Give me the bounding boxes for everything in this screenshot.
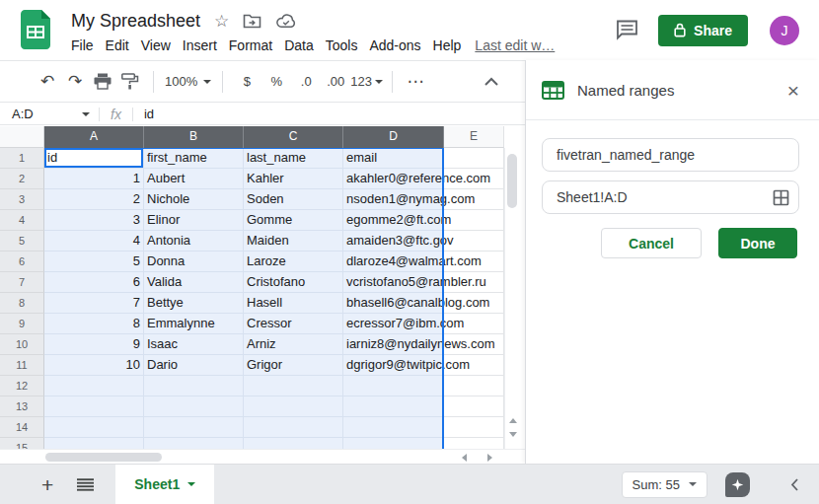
row-header-5[interactable]: 5 bbox=[0, 231, 44, 252]
scroll-right-arrow[interactable] bbox=[487, 454, 492, 462]
cell-A8[interactable]: 7 bbox=[44, 293, 144, 314]
cell-C3[interactable]: Soden bbox=[244, 189, 343, 210]
row-header-13[interactable]: 13 bbox=[0, 396, 44, 417]
cell-E1[interactable] bbox=[444, 148, 504, 169]
paint-format-button[interactable] bbox=[116, 73, 144, 90]
increase-decimal-button[interactable]: .00 bbox=[321, 74, 350, 89]
cell-C4[interactable]: Gomme bbox=[244, 210, 343, 231]
cell-D4[interactable]: egomme2@ft.com bbox=[343, 210, 444, 231]
cell-A6[interactable]: 5 bbox=[44, 252, 144, 272]
menu-tools[interactable]: Tools bbox=[320, 36, 364, 55]
cell-D3[interactable]: nsoden1@nymag.com bbox=[343, 189, 444, 210]
cell-A3[interactable]: 2 bbox=[44, 189, 144, 210]
cell-A7[interactable]: 6 bbox=[44, 272, 144, 293]
menu-view[interactable]: View bbox=[135, 36, 177, 55]
column-header-B[interactable]: B bbox=[144, 126, 244, 148]
add-sheet-button[interactable]: + bbox=[41, 474, 53, 495]
cell-D1[interactable]: email bbox=[343, 148, 444, 169]
vertical-scrollbar[interactable] bbox=[504, 148, 519, 449]
cell-C5[interactable]: Maiden bbox=[244, 231, 343, 252]
row-header-2[interactable]: 2 bbox=[0, 169, 44, 189]
scroll-left-arrow[interactable] bbox=[462, 454, 467, 462]
cell-E14[interactable] bbox=[444, 417, 504, 438]
cell-E4[interactable] bbox=[444, 210, 504, 231]
close-icon[interactable]: × bbox=[783, 78, 803, 103]
vertical-scrollbar-thumb[interactable] bbox=[507, 154, 517, 208]
cell-A11[interactable]: 10 bbox=[44, 355, 144, 376]
cell-A4[interactable]: 3 bbox=[44, 210, 144, 231]
row-header-1[interactable]: 1 bbox=[0, 148, 44, 169]
collapse-panel-chevron[interactable] bbox=[789, 477, 799, 492]
cell-D5[interactable]: amaiden3@ftc.gov bbox=[343, 231, 444, 252]
menu-data[interactable]: Data bbox=[278, 36, 320, 55]
cell-A12[interactable] bbox=[44, 376, 144, 396]
cell-A10[interactable]: 9 bbox=[44, 334, 144, 355]
cell-A15[interactable] bbox=[44, 438, 144, 449]
print-button[interactable] bbox=[89, 73, 116, 90]
cell-D12[interactable] bbox=[343, 376, 444, 396]
sum-dropdown[interactable]: Sum: 55 bbox=[622, 471, 707, 498]
cell-C11[interactable]: Grigor bbox=[244, 355, 343, 376]
cell-B9[interactable]: Emmalynne bbox=[144, 314, 244, 334]
cell-C13[interactable] bbox=[244, 396, 343, 417]
cell-D13[interactable] bbox=[343, 396, 444, 417]
format-percent-button[interactable]: % bbox=[261, 74, 291, 89]
cell-D11[interactable]: dgrigor9@twitpic.com bbox=[343, 355, 444, 376]
column-header-D[interactable]: D bbox=[343, 126, 444, 148]
cell-B2[interactable]: Aubert bbox=[144, 169, 244, 189]
row-header-6[interactable]: 6 bbox=[0, 252, 44, 272]
row-header-10[interactable]: 10 bbox=[0, 334, 44, 355]
undo-button[interactable]: ↶ bbox=[34, 71, 61, 92]
cell-B6[interactable]: Donna bbox=[144, 252, 244, 272]
cell-C6[interactable]: Laroze bbox=[244, 252, 343, 272]
cell-B7[interactable]: Valida bbox=[144, 272, 244, 293]
select-data-range-icon[interactable] bbox=[773, 189, 789, 206]
cell-A14[interactable] bbox=[44, 417, 144, 438]
document-title[interactable]: My Spreadsheet bbox=[71, 11, 200, 32]
menu-insert[interactable]: Insert bbox=[177, 36, 223, 55]
row-header-9[interactable]: 9 bbox=[0, 314, 44, 334]
cell-D2[interactable]: akahler0@reference.com bbox=[343, 169, 444, 189]
cell-D9[interactable]: ecressor7@ibm.com bbox=[343, 314, 444, 334]
row-header-14[interactable]: 14 bbox=[0, 417, 44, 438]
cloud-saved-icon[interactable] bbox=[275, 13, 297, 29]
menu-edit[interactable]: Edit bbox=[100, 36, 135, 55]
star-icon[interactable]: ☆ bbox=[214, 13, 229, 30]
redo-button[interactable]: ↷ bbox=[61, 71, 89, 92]
cell-B15[interactable] bbox=[144, 438, 244, 449]
formula-input[interactable]: id bbox=[144, 107, 154, 121]
cell-D8[interactable]: bhasell6@canalblog.com bbox=[343, 293, 444, 314]
cell-A5[interactable]: 4 bbox=[44, 231, 144, 252]
range-name-input[interactable] bbox=[542, 138, 799, 172]
hide-menus-button[interactable] bbox=[484, 77, 499, 87]
more-options-button[interactable]: ⋯ bbox=[402, 71, 429, 92]
menu-help[interactable]: Help bbox=[427, 36, 468, 55]
last-edit-link[interactable]: Last edit w… bbox=[475, 37, 555, 53]
cell-D15[interactable] bbox=[343, 438, 444, 449]
column-header-C[interactable]: C bbox=[244, 126, 343, 148]
cell-B8[interactable]: Bettye bbox=[144, 293, 244, 314]
cell-B12[interactable] bbox=[144, 376, 244, 396]
cell-C7[interactable]: Cristofano bbox=[244, 272, 343, 293]
cell-A2[interactable]: 1 bbox=[44, 169, 144, 189]
cell-C10[interactable]: Arniz bbox=[244, 334, 343, 355]
decrease-decimal-button[interactable]: .0 bbox=[291, 74, 321, 89]
format-currency-button[interactable]: $ bbox=[232, 74, 261, 89]
cell-D7[interactable]: vcristofano5@rambler.ru bbox=[343, 272, 444, 293]
comment-history-icon[interactable] bbox=[616, 20, 638, 40]
horizontal-scrollbar-thumb[interactable] bbox=[45, 453, 162, 462]
avatar[interactable]: J bbox=[770, 16, 799, 45]
cell-C8[interactable]: Hasell bbox=[244, 293, 343, 314]
scroll-down-arrow[interactable] bbox=[509, 432, 517, 437]
cell-B11[interactable]: Dario bbox=[144, 355, 244, 376]
explore-button[interactable] bbox=[725, 472, 750, 497]
cell-E12[interactable] bbox=[444, 376, 504, 396]
cell-C12[interactable] bbox=[244, 376, 343, 396]
cell-E13[interactable] bbox=[444, 396, 504, 417]
cell-D6[interactable]: dlaroze4@walmart.com bbox=[343, 252, 444, 272]
share-button[interactable]: Share bbox=[658, 15, 748, 46]
cell-B13[interactable] bbox=[144, 396, 244, 417]
all-sheets-icon[interactable] bbox=[77, 478, 94, 491]
cell-D14[interactable] bbox=[343, 417, 444, 438]
column-header-E[interactable]: E bbox=[444, 126, 504, 148]
